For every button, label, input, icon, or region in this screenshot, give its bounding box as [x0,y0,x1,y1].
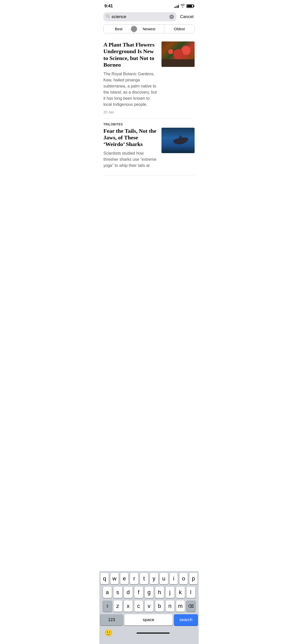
article-title: A Plant That Flowers Underground Is New … [103,41,158,68]
article-summary: The Royal Botanic Gardens, Kew, hailed p… [103,71,158,108]
battery-icon [186,4,194,8]
wifi-icon [180,4,185,8]
table-row[interactable]: TRILOBITES Fear the Tails, Not the Jaws,… [103,119,195,175]
svg-line-1 [109,17,110,18]
article-title: Fear the Tails, Not the Jaws, of These ‘… [103,128,158,148]
article-list: A Plant That Flowers Underground Is New … [99,37,199,254]
search-icon [106,14,110,19]
article-content: A Plant That Flowers Underground Is New … [103,41,195,114]
search-bar: × Cancel [99,10,199,23]
article-image [161,128,195,153]
article-image [161,41,195,67]
search-input[interactable] [112,14,168,19]
article-date: 20 Jan [103,110,158,114]
status-icons [174,4,194,8]
status-time: 9:41 [104,4,113,9]
filter-tabs: Best Newest Oldest [103,24,195,33]
filter-slider [131,26,137,32]
cancel-button[interactable]: Cancel [179,14,195,19]
article-text: Fear the Tails, Not the Jaws, of These ‘… [103,128,158,171]
article-category: TRILOBITES [103,123,195,126]
status-bar: 9:41 [99,0,199,10]
article-content: Fear the Tails, Not the Jaws, of These ‘… [103,128,195,171]
table-row[interactable]: A Plant That Flowers Underground Is New … [103,37,195,119]
clear-button[interactable]: × [169,14,174,19]
tab-oldest[interactable]: Oldest [164,25,194,33]
signal-icon [174,4,179,8]
article-list-inner: A Plant That Flowers Underground Is New … [99,37,199,175]
article-summary: Scientists studied how thresher sharks u… [103,150,158,169]
article-text: A Plant That Flowers Underground Is New … [103,41,158,114]
search-input-wrapper[interactable]: × [103,12,177,21]
tab-best[interactable]: Best [104,25,134,33]
tab-newest[interactable]: Newest [134,25,164,33]
